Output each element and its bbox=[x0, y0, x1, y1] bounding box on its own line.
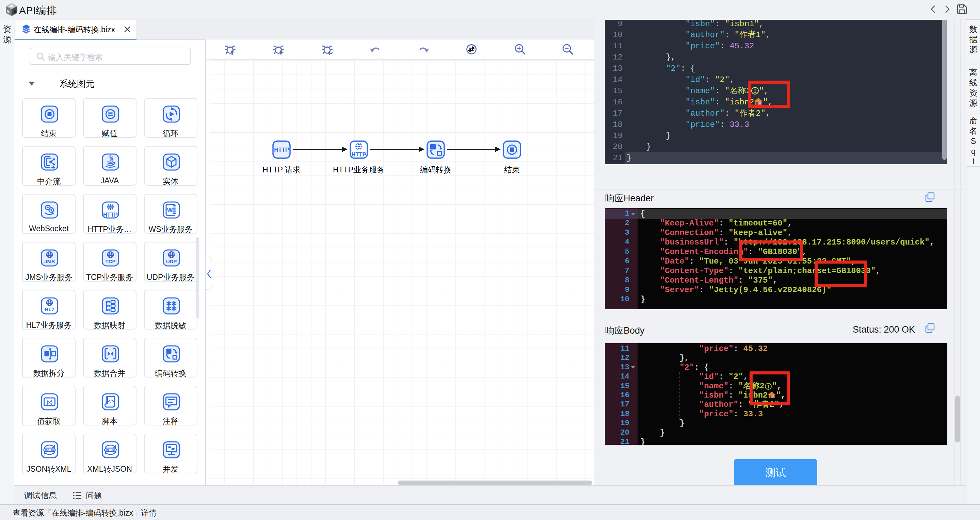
svg-text:JMS: JMS bbox=[44, 258, 55, 264]
svg-text:HTTP: HTTP bbox=[274, 147, 290, 154]
svg-text:UDP: UDP bbox=[166, 258, 177, 264]
svg-text:HTTP: HTTP bbox=[351, 151, 366, 157]
svg-text:W: W bbox=[167, 207, 173, 214]
svg-text:</>: </> bbox=[108, 399, 114, 404]
svg-text:HL7: HL7 bbox=[45, 306, 54, 312]
svg-text:XML-Json: XML-Json bbox=[103, 448, 117, 452]
svg-text:Json-XML: Json-XML bbox=[43, 448, 56, 452]
svg-text:TCP: TCP bbox=[105, 258, 115, 264]
svg-text:HTTP: HTTP bbox=[103, 212, 118, 218]
svg-text:(x): (x) bbox=[47, 400, 52, 405]
